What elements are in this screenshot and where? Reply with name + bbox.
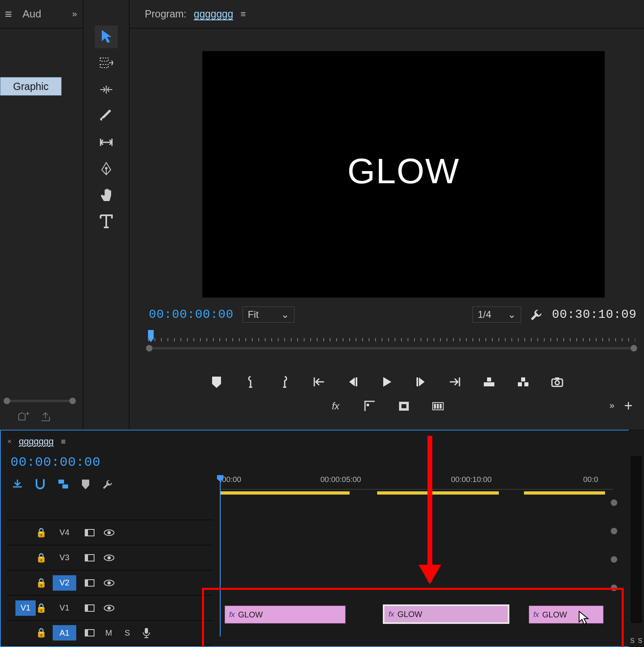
pen-tool[interactable] [95,157,118,180]
play-button[interactable] [379,374,395,390]
viewer-content-text: GLOW [202,150,605,192]
razor-tool[interactable] [95,105,118,127]
timeline-vscroll[interactable] [611,499,619,637]
timeline-wrench-icon[interactable] [102,478,114,490]
playback-resolution-dropdown[interactable]: 1/4 ⌄ [472,306,521,323]
toggle-track-output-icon[interactable] [103,552,115,564]
svg-rect-20 [440,404,442,409]
toggle-sync-lock-icon[interactable] [84,527,96,539]
type-tool[interactable] [95,210,118,233]
timeline-clip-selected[interactable]: fx GLOW [383,604,509,624]
settings-wrench-icon[interactable] [530,308,543,321]
hand-tool[interactable] [95,184,118,206]
snap-icon[interactable] [35,478,45,490]
panel-menu-icon[interactable]: ≡ [240,9,246,19]
insert-overwrite-icon[interactable] [12,479,23,489]
proxy-toggle-button[interactable] [430,398,446,414]
toggle-sync-lock-icon[interactable] [84,552,96,564]
timeline-toolbar [12,478,114,490]
work-area-bar[interactable] [524,491,605,495]
timeline-playhead-timecode[interactable]: 00:00:00:00 [11,455,101,470]
button-editor-plus-icon[interactable]: + [624,397,633,414]
linked-selection-icon[interactable] [58,479,69,489]
lock-icon[interactable]: 🔒 [36,553,45,563]
toggle-track-output-icon[interactable] [103,527,115,539]
lock-icon[interactable]: 🔒 [36,578,45,588]
step-back-button[interactable] [345,374,361,390]
audio-meter[interactable] [631,456,642,623]
extract-button[interactable] [515,374,531,390]
svg-rect-32 [85,580,88,586]
program-in-timecode[interactable]: 00:00:00:00 [149,308,234,321]
tab-graphic[interactable]: Graphic [0,77,62,96]
left-zoom-slider[interactable] [6,400,74,402]
track-target-v1[interactable]: V1 [53,600,76,616]
marker-icon[interactable] [81,479,90,489]
export-icon[interactable] [41,412,51,422]
toggle-sync-lock-icon[interactable] [84,627,96,639]
close-tab-icon[interactable]: × [7,437,12,446]
slider-knob-left[interactable] [146,345,152,351]
slider-knob-left[interactable] [4,398,10,404]
timeline-clip[interactable]: fx GLOW [529,606,603,623]
fx-button[interactable]: fx [328,398,344,414]
program-scrubbar[interactable] [148,332,635,355]
add-marker-button[interactable] [208,374,225,390]
slip-tool[interactable] [95,131,118,154]
program-zoom-slider[interactable] [148,347,635,349]
safe-margins-button[interactable] [396,398,412,414]
zoom-fit-dropdown[interactable]: Fit ⌄ [243,306,294,323]
new-item-icon[interactable] [18,412,29,422]
mark-out-button[interactable] [277,374,293,390]
track-select-tool[interactable] [95,52,118,75]
clip-label: GLOW [397,610,422,619]
svg-point-3 [105,167,107,169]
go-to-out-button[interactable] [447,374,463,390]
solo-button[interactable]: S [122,628,133,638]
lock-icon[interactable]: 🔒 [36,628,45,638]
svg-point-26 [107,531,111,534]
slider-knob-right[interactable] [69,398,76,404]
source-patch-v1[interactable]: V1 [15,600,36,616]
timeline-clip[interactable]: fx GLOW [225,606,346,623]
track-target-v3[interactable]: V3 [53,550,76,566]
toggle-track-output-icon[interactable] [103,577,115,589]
mute-button[interactable]: M [103,628,114,638]
step-forward-button[interactable] [413,374,429,390]
toggle-track-output-icon[interactable] [103,602,115,614]
slider-knob-right[interactable] [631,345,637,351]
comparison-view-button[interactable] [362,398,378,414]
track-target-v2[interactable]: V2 [53,575,76,591]
svg-rect-21 [58,480,64,484]
fx-badge-icon: fx [533,611,539,619]
timeline-ruler[interactable]: :00:00 00:00:05:00 00:00:10:00 00:0 [220,475,613,493]
chevron-right-double-icon[interactable]: » [72,9,77,19]
ripple-edit-tool[interactable] [95,78,118,101]
work-area-bar[interactable] [377,491,499,495]
svg-rect-2 [102,118,104,120]
toggle-sync-lock-icon[interactable] [84,602,96,614]
export-frame-button[interactable] [549,374,565,390]
lock-icon[interactable]: 🔒 [36,527,45,538]
timeline-clips-area[interactable]: fx GLOW fx GLOW fx GLOW [220,591,606,638]
program-viewer[interactable]: GLOW [202,51,605,298]
lock-icon[interactable]: 🔒 [36,603,45,613]
mark-in-button[interactable] [243,374,259,390]
program-ruler[interactable] [148,338,635,341]
selection-tool[interactable] [95,26,118,48]
chevron-right-double-icon[interactable]: » [610,401,614,411]
panel-menu-icon[interactable]: ≡ [61,437,66,446]
timeline-sequence-tab[interactable]: ggggggg [19,436,54,447]
go-to-in-button[interactable] [311,374,327,390]
track-target-v4[interactable]: V4 [53,525,76,540]
clip-label: GLOW [238,610,263,619]
lift-button[interactable] [481,374,497,390]
hamburger-icon[interactable]: ≡ [5,7,12,21]
toggle-sync-lock-icon[interactable] [84,577,96,589]
voiceover-record-icon[interactable] [140,627,152,639]
program-out-timecode: 00:30:10:09 [552,308,637,321]
work-area-bar[interactable] [220,491,350,495]
program-sequence-name[interactable]: ggggggg [194,8,233,20]
left-tab-aud[interactable]: Aud [23,8,41,20]
track-target-a1[interactable]: A1 [53,625,76,641]
